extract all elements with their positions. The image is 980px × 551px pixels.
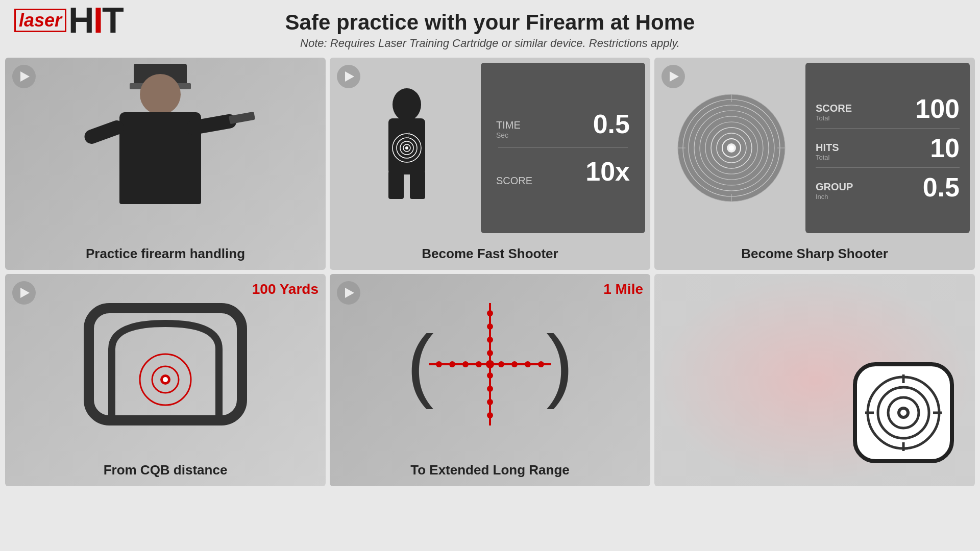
- svg-point-44: [487, 372, 493, 379]
- card-practice-handling[interactable]: Practice firearm handling: [5, 58, 326, 270]
- group-label-block: GROUP Inch: [816, 181, 853, 201]
- score-main-label: SCORE: [816, 103, 852, 114]
- head: [140, 74, 181, 115]
- stat-divider-1: [498, 147, 628, 148]
- cqb-distance-label: 100 Yards: [252, 281, 318, 297]
- logo-t: T: [102, 1, 123, 40]
- group-row: GROUP Inch 0.5: [816, 174, 960, 201]
- score-main-value: 100: [915, 95, 960, 122]
- time-label: TIME: [496, 119, 521, 131]
- bullseye-svg: [675, 92, 788, 204]
- svg-rect-2: [388, 171, 404, 199]
- play-button-2[interactable]: [337, 65, 360, 88]
- card-2-label: Become Fast Shooter: [330, 246, 650, 262]
- svg-point-30: [163, 377, 168, 382]
- logo-laser-text: laser: [14, 9, 66, 32]
- card-grid: Practice firearm handling: [0, 53, 980, 491]
- card-1-label: Practice firearm handling: [5, 246, 326, 262]
- card-sharp-shooter[interactable]: SCORE Total 100 HITS Total 10 GROU: [654, 58, 975, 270]
- svg-point-39: [538, 361, 544, 367]
- fast-shooter-stats: TIME Sec 0.5 SCORE 10x: [481, 63, 645, 233]
- logo-i: I: [93, 1, 102, 40]
- svg-rect-3: [410, 171, 425, 199]
- logo: laser HIT: [14, 3, 123, 38]
- holo-sight-container: [84, 303, 247, 425]
- group-sub-label: Inch: [816, 193, 853, 201]
- hits-label-block: HITS Total: [816, 142, 839, 161]
- score-divider-2: [816, 167, 960, 168]
- target-silhouette: 7 7: [335, 63, 479, 233]
- svg-point-32: [449, 361, 455, 367]
- hits-main-label: HITS: [816, 142, 839, 154]
- score-stat-row: SCORE 10x: [491, 153, 635, 190]
- time-value: 0.5: [593, 109, 630, 139]
- svg-point-46: [487, 399, 493, 405]
- svg-point-36: [498, 361, 504, 367]
- page-subtitle: Note: Requires Laser Training Cartridge …: [300, 37, 680, 50]
- hits-value: 10: [930, 135, 960, 161]
- score-sub-label: Total: [816, 114, 852, 122]
- svg-point-38: [525, 361, 531, 367]
- play-button-5[interactable]: [337, 281, 360, 305]
- score-row: SCORE Total 100: [816, 95, 960, 122]
- card-1-photo: [5, 58, 326, 238]
- app-icon-svg: [852, 362, 954, 464]
- group-main-label: GROUP: [816, 181, 853, 193]
- svg-point-0: [393, 88, 421, 121]
- card-5-label: To Extended Long Range: [330, 462, 650, 478]
- group-value: 0.5: [923, 174, 960, 201]
- svg-point-53: [900, 410, 906, 416]
- holo-sight-svg: [84, 303, 247, 425]
- svg-point-41: [487, 323, 493, 330]
- play-button-3[interactable]: [662, 65, 685, 88]
- time-label-block: TIME Sec: [496, 119, 521, 139]
- svg-point-47: [487, 412, 493, 418]
- sharp-shooter-stats: SCORE Total 100 HITS Total 10 GROU: [805, 63, 970, 233]
- score-divider-1: [816, 128, 960, 129]
- svg-point-8: [405, 146, 408, 149]
- card-long-range[interactable]: 1 Mile (: [330, 274, 650, 486]
- card-app-icon-area: [654, 274, 975, 486]
- card-3-content: SCORE Total 100 HITS Total 10 GROU: [654, 58, 975, 238]
- svg-point-45: [487, 386, 493, 392]
- score-label-block: SCORE Total: [816, 103, 852, 122]
- svg-point-33: [462, 361, 469, 367]
- card-4-label: From CQB distance: [5, 462, 326, 478]
- bullseye-target: [659, 63, 803, 233]
- app-icon-wrapper[interactable]: [852, 362, 954, 466]
- card-3-label: Become Sharp Shooter: [654, 246, 975, 262]
- card-2-content: 7 7 TIME Sec 0.5 SCORE 10x: [330, 58, 650, 238]
- svg-point-35: [486, 360, 494, 368]
- hits-sub-label: Total: [816, 154, 839, 161]
- time-stat-row: TIME Sec 0.5: [491, 106, 635, 142]
- svg-point-42: [487, 337, 493, 343]
- target-silhouette-svg: 7 7: [371, 87, 443, 209]
- person-silhouette: [79, 74, 252, 222]
- score-value: 10x: [585, 156, 630, 187]
- svg-point-37: [511, 361, 518, 367]
- crosshair-svg: [429, 303, 551, 425]
- cqb-content: [5, 274, 326, 455]
- svg-point-43: [487, 350, 493, 356]
- header: laser HIT Safe practice with your Firear…: [0, 0, 980, 53]
- card-fast-shooter[interactable]: 7 7 TIME Sec 0.5 SCORE 10x Bec: [330, 58, 650, 270]
- svg-point-40: [487, 310, 493, 316]
- scope-crosshair: [429, 303, 551, 425]
- gun: [229, 112, 255, 124]
- page-title: Safe practice with your Firearm at Home: [285, 10, 695, 35]
- card-cqb[interactable]: 100 Yards From CQB distanc: [5, 274, 326, 486]
- time-sublabel: Sec: [496, 131, 521, 139]
- range-content: (: [330, 274, 650, 455]
- svg-point-21: [729, 145, 734, 151]
- svg-point-31: [436, 361, 442, 367]
- hits-row: HITS Total 10: [816, 135, 960, 161]
- logo-h: H: [68, 1, 93, 40]
- scope-container: (: [398, 293, 582, 436]
- svg-point-34: [476, 361, 482, 367]
- play-button-1[interactable]: [12, 65, 36, 88]
- play-button-4[interactable]: [12, 281, 36, 305]
- logo-hit-text: HIT: [68, 3, 123, 38]
- score-label: SCORE: [496, 175, 532, 187]
